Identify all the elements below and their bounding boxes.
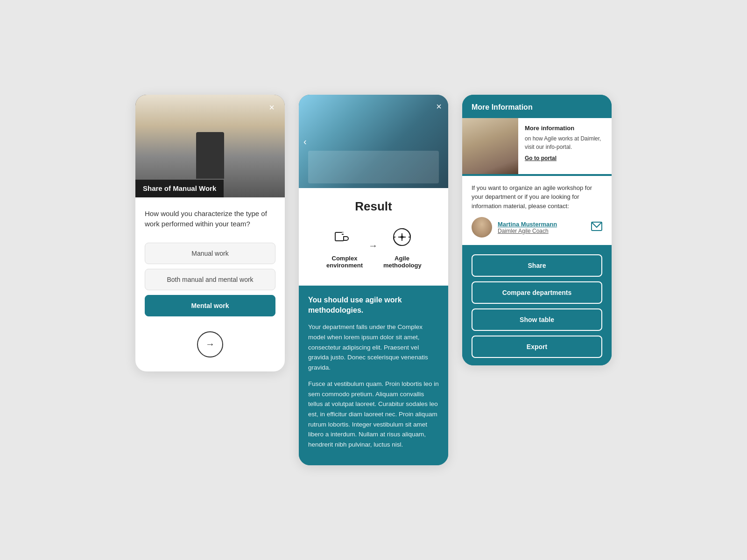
- card3-actions: Share Compare departments Show table Exp…: [462, 247, 612, 365]
- card1-title-bar: Share of Manual Work: [135, 180, 224, 197]
- info-description: on how Agile works at Daimler, visit our…: [525, 134, 605, 151]
- card1-question: How would you characterize the type of w…: [145, 209, 275, 230]
- office-background: [462, 118, 518, 174]
- card2-text-1: Your department falls under the Complex …: [308, 322, 439, 372]
- info-bold-text: More information: [525, 125, 605, 132]
- option-manual-work[interactable]: Manual work: [145, 243, 275, 264]
- card1-body: How would you characterize the type of w…: [135, 197, 285, 371]
- card3-info-box: More information on how Agile works at D…: [462, 118, 612, 174]
- screens-container: × Share of Manual Work How would you cha…: [93, 95, 654, 466]
- card2-body: You should use agile work methodologies.…: [299, 286, 448, 466]
- card1-title: Share of Manual Work: [143, 184, 216, 192]
- avatar-image: [472, 217, 492, 238]
- complex-environment-icon: [331, 223, 359, 251]
- option-both-work[interactable]: Both manual and mental work: [145, 269, 275, 290]
- result-arrow-icon: →: [368, 240, 378, 251]
- card-manual-work: × Share of Manual Work How would you cha…: [135, 95, 285, 371]
- card2-text-2: Fusce at vestibulum quam. Proin lobortis…: [308, 379, 439, 449]
- laptop-background: [299, 95, 448, 188]
- agile-label: Agilemethodology: [383, 255, 421, 269]
- contact-avatar: [472, 217, 492, 238]
- result-title: Result: [308, 199, 439, 214]
- agile-icon: [388, 223, 416, 251]
- card1-hero-image: × Share of Manual Work: [135, 95, 285, 197]
- result-box: Result Complexenvironment →: [299, 188, 448, 286]
- contact-name-box: Martina Mustermann Daimler Agile Coach: [498, 221, 585, 234]
- close-icon[interactable]: ×: [436, 101, 442, 112]
- card3-header-title: More Information: [472, 103, 533, 111]
- contact-person-row: Martina Mustermann Daimler Agile Coach: [472, 217, 602, 238]
- card3-header: More Information: [462, 95, 612, 118]
- card1-options: Manual work Both manual and mental work …: [145, 243, 275, 316]
- svg-point-5: [401, 236, 403, 238]
- card2-headline: You should use agile work methodologies.: [308, 295, 439, 316]
- card-result: ‹ × Result Complexenvironment: [299, 95, 448, 466]
- show-table-button[interactable]: Show table: [472, 308, 602, 331]
- card3-info-text-area: More information on how Agile works at D…: [518, 118, 612, 174]
- export-button[interactable]: Export: [472, 336, 602, 358]
- card2-hero-image: ‹ ×: [299, 95, 448, 188]
- card3-contact-box: If you want to organize an agile worksho…: [462, 176, 612, 245]
- option-mental-work[interactable]: Mental work: [145, 295, 275, 316]
- compare-departments-button[interactable]: Compare departments: [472, 281, 602, 304]
- result-icons-row: Complexenvironment →: [308, 223, 439, 269]
- close-icon[interactable]: ×: [265, 101, 278, 114]
- office-image: [462, 118, 518, 174]
- result-icon-agile: Agilemethodology: [383, 223, 421, 269]
- next-arrow-icon: →: [205, 339, 215, 350]
- email-icon[interactable]: [591, 222, 602, 233]
- contact-title: Daimler Agile Coach: [498, 228, 585, 234]
- contact-name[interactable]: Martina Mustermann: [498, 221, 585, 228]
- next-button[interactable]: →: [197, 331, 223, 357]
- result-icon-complex: Complexenvironment: [326, 223, 363, 269]
- complex-label: Complexenvironment: [326, 255, 363, 269]
- share-button[interactable]: Share: [472, 254, 602, 277]
- prev-icon[interactable]: ‹: [303, 136, 307, 147]
- card-more-info: More Information More information on how…: [462, 95, 612, 366]
- portal-link[interactable]: Go to portal: [525, 155, 605, 161]
- card1-next-area: →: [145, 331, 275, 357]
- contact-description: If you want to organize an agile worksho…: [472, 183, 602, 211]
